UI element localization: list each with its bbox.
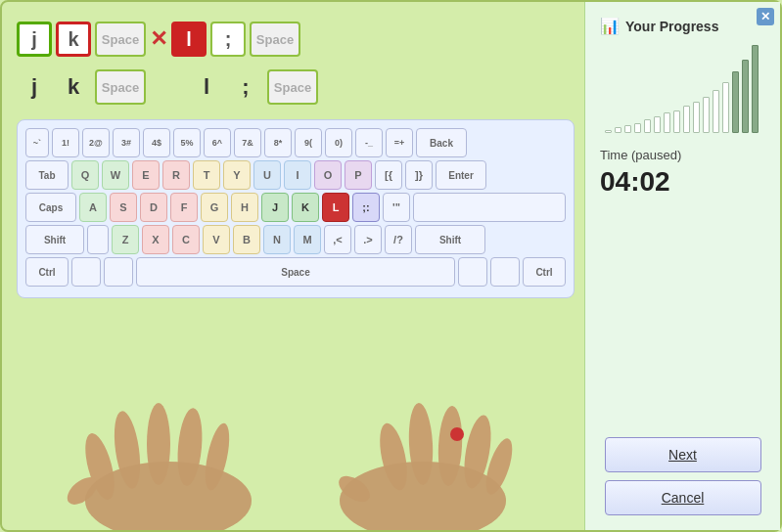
target-char-space2: Space: [250, 22, 300, 57]
typed-char-j: j: [17, 69, 52, 105]
chart-bar: [624, 125, 631, 133]
chart-bar: [742, 60, 749, 133]
key-9[interactable]: 9(: [295, 128, 322, 157]
key-equals[interactable]: =+: [386, 128, 413, 157]
key-2[interactable]: 2@: [82, 128, 110, 157]
progress-title-text: Your Progress: [625, 19, 718, 34]
chart-bar: [752, 45, 759, 133]
left-panel: j k Space ✕ l ; Space j k Space l ; Spac…: [2, 2, 584, 530]
typed-char-k: k: [56, 69, 91, 105]
chart-bar: [693, 102, 700, 133]
key-meta-right[interactable]: [458, 257, 487, 287]
key-r[interactable]: R: [162, 160, 190, 190]
key-c[interactable]: C: [172, 225, 200, 254]
key-lbracket[interactable]: [{: [375, 160, 402, 190]
typed-char-l: l: [189, 69, 224, 105]
cancel-button[interactable]: Cancel: [605, 480, 761, 515]
key-d[interactable]: D: [140, 193, 167, 222]
key-0[interactable]: 0): [325, 128, 352, 157]
key-shift-right[interactable]: Shift: [415, 225, 485, 254]
key-meta[interactable]: [104, 257, 133, 287]
key-ctrl-left[interactable]: Ctrl: [25, 257, 69, 287]
key-w[interactable]: W: [102, 160, 129, 190]
key-e[interactable]: E: [132, 160, 160, 190]
chart-bar: [683, 106, 690, 133]
key-alt-right[interactable]: [490, 257, 520, 287]
chart-bar: [644, 119, 651, 133]
key-tab[interactable]: Tab: [25, 160, 69, 190]
chart-bar: [722, 82, 729, 133]
key-l[interactable]: L: [322, 193, 349, 222]
hands-display: [17, 310, 575, 530]
key-alt-left[interactable]: [71, 257, 101, 287]
progress-chart: [605, 45, 761, 133]
typed-char-semi: ;: [228, 69, 263, 105]
key-t[interactable]: T: [193, 160, 220, 190]
key-m[interactable]: M: [294, 225, 321, 254]
key-z[interactable]: Z: [112, 225, 139, 254]
typed-char-space: Space: [95, 69, 146, 105]
key-3[interactable]: 3#: [113, 128, 140, 157]
close-button[interactable]: ✕: [757, 8, 774, 25]
typed-char-space2: Space: [267, 69, 318, 105]
key-back[interactable]: Back: [416, 128, 467, 157]
key-period[interactable]: .>: [354, 225, 382, 254]
svg-point-15: [450, 427, 464, 441]
key-i[interactable]: I: [284, 160, 311, 190]
key-u[interactable]: U: [253, 160, 281, 190]
key-q[interactable]: Q: [71, 160, 99, 190]
key-space[interactable]: Space: [136, 257, 455, 287]
target-word-display: j k Space ✕ l ; Space: [17, 17, 575, 62]
key-4[interactable]: 4$: [143, 128, 170, 157]
target-char-space: Space: [95, 22, 146, 57]
key-v[interactable]: V: [203, 225, 230, 254]
target-char-semi: ;: [210, 22, 246, 57]
chart-bar: [713, 90, 719, 133]
key-h[interactable]: H: [231, 193, 258, 222]
key-backslash[interactable]: [413, 193, 566, 222]
main-window: ✕ j k Space ✕ l ; Space j k Space l ; Sp…: [0, 0, 782, 532]
key-o[interactable]: O: [314, 160, 342, 190]
typed-word-display: j k Space l ; Space: [17, 69, 575, 105]
key-row-space: Ctrl Space Ctrl: [25, 257, 566, 287]
timer-value: 04:02: [600, 166, 670, 198]
key-row-numbers: ~` 1! 2@ 3# 4$ 5% 6^ 7& 8* 9( 0) -_ =+ B…: [25, 128, 566, 157]
key-8[interactable]: 8*: [264, 128, 292, 157]
key-1[interactable]: 1!: [52, 128, 79, 157]
key-a[interactable]: A: [79, 193, 107, 222]
next-button[interactable]: Next: [605, 437, 761, 472]
chart-bar: [634, 123, 641, 133]
chart-bar: [673, 111, 680, 133]
key-quote[interactable]: '": [383, 193, 410, 222]
key-f[interactable]: F: [170, 193, 198, 222]
key-j[interactable]: J: [261, 193, 289, 222]
key-enter[interactable]: Enter: [436, 160, 486, 190]
key-7[interactable]: 7&: [234, 128, 261, 157]
key-semicolon[interactable]: ;:: [352, 193, 380, 222]
key-k[interactable]: K: [292, 193, 319, 222]
key-caps[interactable]: Caps: [25, 193, 76, 222]
key-tilde[interactable]: ~`: [25, 128, 49, 157]
keyboard: ~` 1! 2@ 3# 4$ 5% 6^ 7& 8* 9( 0) -_ =+ B…: [17, 119, 575, 298]
key-g[interactable]: G: [201, 193, 228, 222]
key-rbracket[interactable]: ]}: [405, 160, 433, 190]
key-s[interactable]: S: [110, 193, 137, 222]
key-ctrl-right[interactable]: Ctrl: [523, 257, 566, 287]
key-b[interactable]: B: [233, 225, 260, 254]
key-p[interactable]: P: [345, 160, 372, 190]
hands-svg: [31, 403, 560, 530]
key-comma[interactable]: ,<: [324, 225, 351, 254]
key-n[interactable]: N: [263, 225, 291, 254]
key-row-zxcv: Shift Z X C V B N M ,< .> /? Shift: [25, 225, 566, 254]
key-pipe[interactable]: [87, 225, 109, 254]
chart-bar: [703, 97, 710, 133]
key-5[interactable]: 5%: [173, 128, 201, 157]
key-minus[interactable]: -_: [355, 128, 383, 157]
chart-bar: [732, 71, 739, 133]
key-6[interactable]: 6^: [204, 128, 231, 157]
key-x[interactable]: X: [142, 225, 169, 254]
key-y[interactable]: Y: [223, 160, 251, 190]
progress-header: 📊 Your Progress: [600, 17, 718, 35]
key-shift-left[interactable]: Shift: [25, 225, 84, 254]
key-slash[interactable]: /?: [385, 225, 412, 254]
